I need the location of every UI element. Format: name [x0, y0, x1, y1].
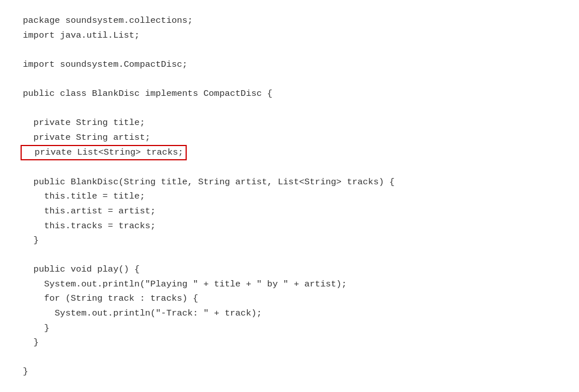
- code-line-24: [23, 350, 556, 365]
- code-line-5: [23, 72, 556, 87]
- code-line-21: System.out.println("-Track: " + track);: [23, 306, 556, 321]
- highlighted-code: private List<String> tracks;: [21, 145, 187, 160]
- code-line-12: public BlankDisc(String title, String ar…: [23, 175, 556, 190]
- code-line-16: }: [23, 233, 556, 248]
- code-block: package soundsystem.collections; import …: [23, 14, 556, 392]
- code-line-18: public void play() {: [23, 262, 556, 277]
- code-line-15: this.tracks = tracks;: [23, 219, 556, 234]
- code-line-9: private String artist;: [23, 131, 556, 146]
- code-line-23: }: [23, 336, 556, 350]
- code-line-22: }: [23, 321, 556, 336]
- code-line-26: [23, 379, 556, 392]
- code-line-17: [23, 248, 556, 263]
- code-line-11: [23, 160, 556, 175]
- code-line-10: private List<String> tracks;: [23, 145, 556, 160]
- code-line-20: for (String track : tracks) {: [23, 292, 556, 306]
- code-line-1: package soundsystem.collections;: [23, 14, 556, 29]
- code-line-4: import soundsystem.CompactDisc;: [23, 58, 556, 72]
- code-line-2: import java.util.List;: [23, 29, 556, 43]
- code-line-8: private String title;: [23, 116, 556, 131]
- code-line-14: this.artist = artist;: [23, 204, 556, 219]
- code-line-3: [23, 43, 556, 58]
- code-line-7: [23, 101, 556, 116]
- code-container: package soundsystem.collections; import …: [0, 0, 579, 392]
- code-line-6: public class BlankDisc implements Compac…: [23, 87, 556, 102]
- code-line-19: System.out.println("Playing " + title + …: [23, 277, 556, 292]
- code-line-13: this.title = title;: [23, 189, 556, 204]
- code-line-25: }: [23, 365, 556, 379]
